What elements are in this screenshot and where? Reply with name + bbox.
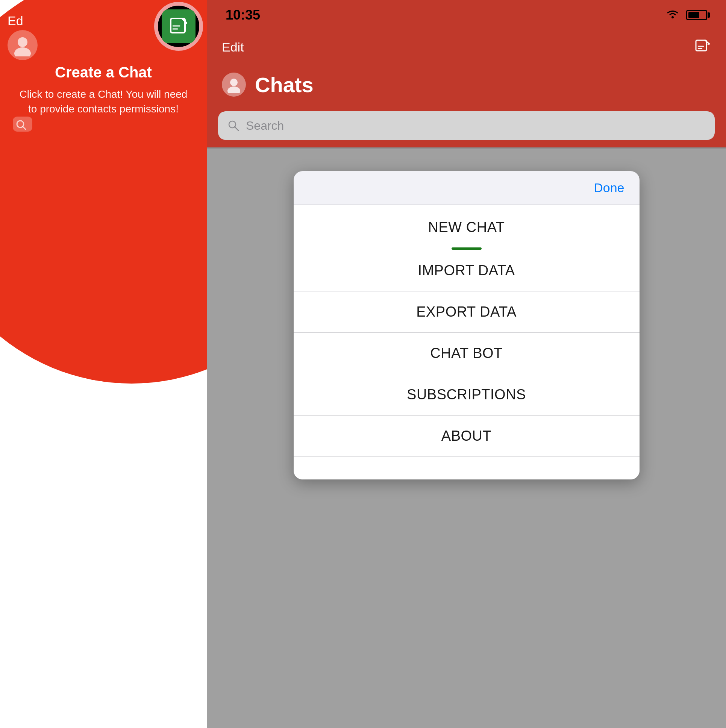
chats-header: Chats <box>207 64 726 105</box>
action-item-import-data-label: IMPORT DATA <box>418 263 515 278</box>
action-item-chat-bot-label: CHAT BOT <box>430 345 503 361</box>
search-bar[interactable]: Search <box>218 111 715 140</box>
chats-title: Chats <box>255 73 313 97</box>
search-placeholder: Search <box>246 119 284 133</box>
avatar-icon <box>11 34 34 57</box>
left-edit-button[interactable]: Ed <box>8 14 23 28</box>
left-avatar <box>8 30 38 60</box>
compose-button[interactable] <box>694 39 711 55</box>
search-icon <box>227 119 240 132</box>
left-panel: Ed Create a Chat Click to create a Chat!… <box>0 0 207 728</box>
action-item-about-label: ABOUT <box>442 428 491 444</box>
svg-rect-10 <box>696 40 706 51</box>
action-item-subscriptions[interactable]: SUBSCRIPTIONS <box>293 374 639 416</box>
done-button[interactable]: Done <box>594 180 624 195</box>
action-item-new-chat-label: NEW CHAT <box>428 219 505 236</box>
create-chat-area: Create a Chat Click to create a Chat! Yo… <box>0 64 207 116</box>
svg-rect-6 <box>13 116 32 132</box>
left-search-icon <box>11 113 34 135</box>
action-item-import-data[interactable]: IMPORT DATA <box>293 250 639 291</box>
action-item-export-data-label: EXPORT DATA <box>416 304 517 320</box>
create-chat-desc: Click to create a Chat! You will need to… <box>15 87 192 116</box>
action-item-new-chat[interactable]: NEW CHAT <box>293 205 639 250</box>
battery-icon <box>686 10 707 20</box>
search-bar-container: Search <box>207 105 726 147</box>
battery-fill <box>688 12 699 18</box>
svg-point-15 <box>228 87 240 93</box>
edit-button[interactable]: Edit <box>222 40 244 55</box>
action-sheet-footer <box>293 457 639 479</box>
new-chat-indicator <box>452 248 481 250</box>
svg-point-9 <box>671 16 674 18</box>
action-sheet-header: Done <box>293 171 639 205</box>
compose-nav-icon <box>694 39 711 55</box>
status-time: 10:35 <box>226 7 260 23</box>
compose-icon-container[interactable] <box>154 2 203 51</box>
create-chat-title: Create a Chat <box>15 64 192 81</box>
compose-icon-inner <box>162 9 196 43</box>
avatar-icon <box>225 76 243 93</box>
action-item-about[interactable]: ABOUT <box>293 416 639 457</box>
action-item-subscriptions-label: SUBSCRIPTIONS <box>407 387 526 403</box>
status-bar: 10:35 <box>207 0 726 30</box>
status-icons <box>665 8 707 22</box>
action-item-export-data[interactable]: EXPORT DATA <box>293 291 639 333</box>
left-search-row <box>8 109 38 139</box>
wifi-icon <box>665 8 680 22</box>
compose-icon <box>168 15 190 37</box>
action-item-chat-bot[interactable]: CHAT BOT <box>293 333 639 374</box>
svg-point-0 <box>18 37 28 47</box>
right-panel: 10:35 Edit <box>207 0 726 728</box>
svg-point-14 <box>230 79 238 86</box>
svg-point-1 <box>14 47 31 57</box>
svg-line-17 <box>235 127 238 130</box>
nav-bar: Edit <box>207 30 726 64</box>
gray-content: Done NEW CHAT IMPORT DATA EXPORT DATA CH… <box>207 148 726 728</box>
action-sheet: Done NEW CHAT IMPORT DATA EXPORT DATA CH… <box>293 171 639 479</box>
chats-avatar-icon <box>222 73 246 96</box>
